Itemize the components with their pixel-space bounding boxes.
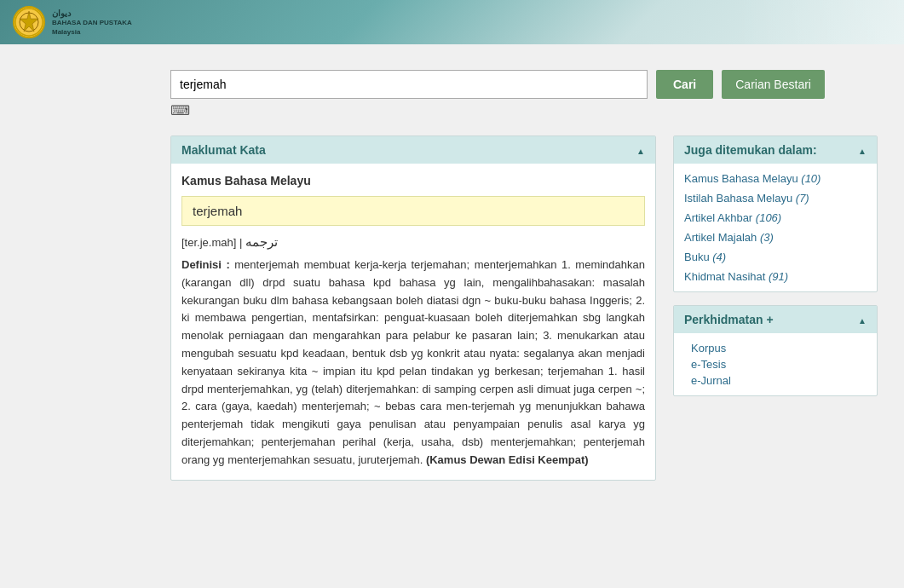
perkhidmatan-item-0[interactable]: Korpus [691, 340, 860, 356]
perkhidmatan-item-2[interactable]: e-Jurnal [691, 372, 860, 389]
perkhidmatan-title: Perkhidmatan + [684, 313, 774, 326]
juga-ditemukan-collapse-icon[interactable] [858, 143, 867, 157]
search-wrapper: terjemah ⌨ [170, 70, 648, 118]
pronunciation: [ter.je.mah] | ترجمه [181, 234, 645, 250]
search-area: terjemah ⌨ Cari Carian Bestari [13, 70, 891, 118]
perkhidmatan-header: Perkhidmatan + [674, 306, 877, 333]
definisi-label: Definisi : [181, 258, 230, 271]
kamus-title: Kamus Bahasa Melayu [181, 174, 645, 187]
two-col-layout: Maklumat Kata Kamus Bahasa Melayu terjem… [13, 135, 891, 493]
search-input[interactable]: terjemah [170, 70, 648, 99]
main-content: terjemah ⌨ Cari Carian Bestari Maklumat … [0, 44, 904, 510]
juga-ditemukan-item-0[interactable]: Kamus Bahasa Melayu (10) [674, 169, 877, 188]
left-panel: Maklumat Kata Kamus Bahasa Melayu terjem… [170, 135, 656, 493]
logo-text: دیوان BAHASA DAN PUSTAKA Malaysia [52, 8, 132, 37]
juga-ditemukan-title: Juga ditemukan dalam: [684, 143, 817, 157]
perkhidmatan-item-1[interactable]: e-Tesis [691, 356, 860, 372]
maklumat-kata-header: Maklumat Kata [171, 136, 655, 164]
perkhidmatan-collapse-icon[interactable] [858, 313, 867, 326]
logo-emblem [13, 6, 45, 38]
definisi-content: menterjemah membuat kerja-kerja terjemah… [181, 258, 645, 466]
word-highlight: terjemah [181, 196, 645, 226]
carian-bestari-button[interactable]: Carian Bestari [722, 70, 825, 99]
juga-ditemukan-item-3[interactable]: Artikel Majalah (3) [674, 228, 877, 247]
perkhidmatan-body: Korpus e-Tesis e-Jurnal [674, 333, 877, 395]
maklumat-kata-title: Maklumat Kata [181, 143, 266, 157]
perkhidmatan-card: Perkhidmatan + Korpus e-Tesis e-Jurnal [673, 305, 878, 396]
juga-ditemukan-body: Kamus Bahasa Melayu (10) Istilah Bahasa … [674, 164, 877, 291]
header-logo: دیوان BAHASA DAN PUSTAKA Malaysia [13, 6, 132, 38]
pronunciation-text: [ter.je.mah] [181, 236, 236, 249]
juga-ditemukan-item-2[interactable]: Artikel Akhbar (106) [674, 208, 877, 228]
maklumat-kata-collapse-icon[interactable] [636, 143, 645, 157]
arabic-text: ترجمه [245, 234, 278, 249]
maklumat-kata-card: Maklumat Kata Kamus Bahasa Melayu terjem… [170, 135, 656, 481]
juga-ditemukan-header: Juga ditemukan dalam: [674, 136, 877, 164]
definition-text: Definisi : menterjemah membuat kerja-ker… [181, 257, 645, 470]
pronunciation-separator: | [239, 236, 242, 249]
juga-ditemukan-card: Juga ditemukan dalam: Kamus Bahasa Melay… [673, 135, 878, 292]
cari-button[interactable]: Cari [656, 70, 713, 99]
header-decoration [734, 0, 904, 44]
highlighted-word: terjemah [193, 204, 242, 218]
header: دیوان BAHASA DAN PUSTAKA Malaysia [0, 0, 904, 44]
juga-ditemukan-item-1[interactable]: Istilah Bahasa Melayu (7) [674, 188, 877, 208]
maklumat-kata-body: Kamus Bahasa Melayu terjemah [ter.je.mah… [171, 164, 655, 480]
definisi-source: (Kamus Dewan Edisi Keempat) [426, 453, 589, 466]
keyboard-icon[interactable]: ⌨ [170, 102, 648, 118]
juga-ditemukan-item-5[interactable]: Khidmat Nasihat (91) [674, 267, 877, 286]
right-panel: Juga ditemukan dalam: Kamus Bahasa Melay… [673, 135, 878, 409]
juga-ditemukan-item-4[interactable]: Buku (4) [674, 247, 877, 267]
